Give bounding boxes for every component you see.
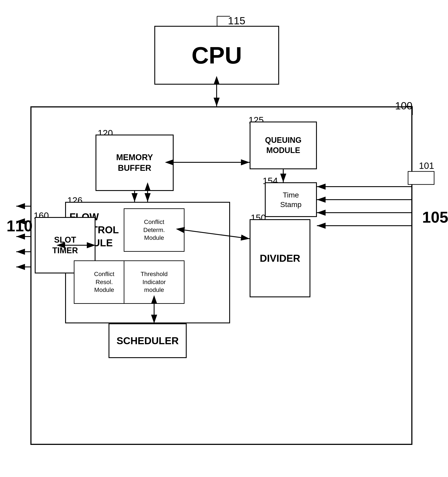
slot-timer-label: SLOTTIMER — [52, 235, 78, 256]
ref-105: 105 — [422, 208, 448, 226]
scheduler-box: SCHEDULER — [108, 323, 187, 358]
conflict-determ-label: ConflictDeterm.Module — [143, 218, 165, 242]
ref-100: 100 — [395, 100, 412, 112]
ref-110: 110 — [6, 217, 33, 235]
timestamp-label: TimeStamp — [280, 190, 301, 209]
memory-buffer-box: MEMORYBUFFER — [96, 135, 174, 191]
scheduler-label: SCHEDULER — [117, 335, 179, 346]
ref-115: 115 — [228, 15, 245, 27]
conflict-determ-box: ConflictDeterm.Module — [124, 208, 185, 252]
memory-buffer-label: MEMORYBUFFER — [116, 152, 153, 174]
conflict-resol-label: ConflictResol.Module — [94, 270, 114, 294]
divider-label: DIVIDER — [260, 252, 300, 264]
divider-box: DIVIDER — [250, 219, 311, 297]
timestamp-box: TimeStamp — [265, 182, 317, 217]
queuing-module-label: QUEUINGMODULE — [265, 135, 301, 155]
cpu-label: CPU — [191, 42, 242, 69]
threshold-indicator-label: ThresholdIndicatormodule — [141, 270, 168, 294]
queuing-module-box: QUEUINGMODULE — [250, 121, 317, 169]
diagram-container: CPU 115 100 110 101 105 120 MEMORYBUFFER… — [0, 0, 448, 477]
cpu-box: CPU — [154, 26, 279, 85]
ref-101: 101 — [419, 161, 434, 171]
threshold-indicator-box: ThresholdIndicatormodule — [124, 260, 185, 304]
